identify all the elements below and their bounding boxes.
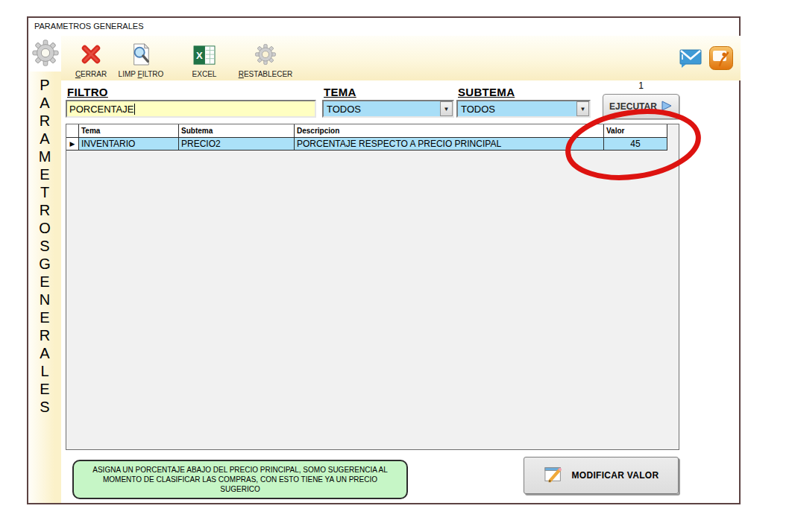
cerrar-button[interactable]: CERRAR [72, 42, 110, 78]
svg-text:X: X [196, 50, 203, 61]
info-message-box: ASIGNA UN PORCENTAJE ABAJO DEL PRECIO PR… [72, 460, 408, 499]
window-title: PARAMETROS GENERALES [34, 22, 144, 31]
mail-icon[interactable] [679, 48, 702, 72]
letter: N [28, 291, 61, 308]
cerrar-label: CERRAR [75, 70, 107, 78]
letter: E [28, 308, 61, 326]
ejecutar-button[interactable]: EJECUTAR [603, 94, 679, 119]
exit-icon[interactable] [709, 46, 733, 73]
letter: M [28, 148, 61, 165]
filtro-label: FILTRO [67, 86, 108, 98]
letter: R [28, 112, 61, 130]
app-gear-icon [31, 39, 60, 70]
modificar-valor-label: MODIFICAR VALOR [572, 470, 659, 481]
row-selector-icon[interactable]: ▶ [66, 138, 79, 151]
cell-descripcion: PORCENTAJE RESPECTO A PRECIO PRINCIPAL [295, 138, 604, 151]
restablecer-label: RESTABLECER [239, 70, 293, 78]
column-header-subtema[interactable]: Subtema [179, 124, 295, 138]
cell-valor: 45 [604, 138, 667, 151]
letter: T [28, 183, 61, 201]
clear-filter-icon [131, 43, 151, 69]
column-header-valor[interactable]: Valor [604, 124, 667, 138]
excel-label: EXCEL [192, 70, 217, 78]
letter: A [28, 130, 61, 148]
edit-pencil-icon [544, 465, 565, 487]
column-header-descripcion[interactable]: Descripcion [295, 124, 604, 138]
excel-icon: X [193, 45, 216, 69]
selector-header-cell [66, 124, 79, 138]
letter: E [28, 380, 61, 398]
cell-subtema: PRECIO2 [179, 138, 295, 151]
screen: PARAMETROS GENERALES P A R A M E T R O S… [0, 0, 792, 532]
sidebar-vertical-title: P A R A M E T R O S G E N E R A L E S [28, 76, 61, 416]
letter: S [28, 398, 61, 416]
play-arrow-icon [661, 100, 673, 114]
app-window: PARAMETROS GENERALES P A R A M E T R O S… [27, 16, 741, 504]
subtema-value: TODOS [458, 104, 576, 115]
text-caret [134, 104, 135, 115]
execute-count-badge: 1 [603, 80, 679, 91]
subtema-combobox[interactable]: TODOS ▼ [456, 100, 591, 118]
letter: S [28, 237, 61, 255]
tema-label: TEMA [324, 86, 356, 98]
filtro-value: PORCENTAJE [69, 104, 133, 115]
chevron-down-icon[interactable]: ▼ [576, 101, 589, 116]
restablecer-button[interactable]: RESTABLECER [234, 42, 297, 78]
letter: G [28, 255, 61, 273]
ejecutar-label: EJECUTAR [609, 101, 657, 112]
subtema-label: SUBTEMA [458, 86, 515, 98]
limp-filtro-button[interactable]: LIMP FILTRO [115, 42, 167, 78]
letter: O [28, 219, 61, 237]
letter: A [28, 344, 61, 362]
letter: R [28, 326, 61, 344]
letter: P [28, 76, 61, 94]
letter: E [28, 273, 61, 291]
letter: A [28, 94, 61, 112]
letter: E [28, 165, 61, 183]
top-right-icons [679, 46, 733, 73]
tema-combobox[interactable]: TODOS ▼ [322, 100, 454, 118]
parameters-grid: Tema Subtema Descripcion Valor ▶ INVENTA… [66, 124, 679, 450]
table-row[interactable]: ▶ INVENTARIO PRECIO2 PORCENTAJE RESPECTO… [66, 138, 679, 151]
cell-tema: INVENTARIO [79, 138, 179, 151]
filtro-input[interactable]: PORCENTAJE [66, 100, 316, 118]
grid-header-row: Tema Subtema Descripcion Valor [66, 124, 679, 138]
chevron-down-icon[interactable]: ▼ [440, 101, 453, 116]
letter: L [28, 362, 61, 380]
tema-value: TODOS [324, 104, 440, 115]
letter: R [28, 201, 61, 219]
reset-gear-icon [254, 43, 277, 69]
modificar-valor-button[interactable]: MODIFICAR VALOR [524, 457, 679, 494]
close-icon [80, 43, 102, 69]
column-header-tema[interactable]: Tema [79, 124, 179, 138]
excel-button[interactable]: X EXCEL [186, 42, 223, 78]
limp-filtro-label: LIMP FILTRO [119, 70, 164, 78]
